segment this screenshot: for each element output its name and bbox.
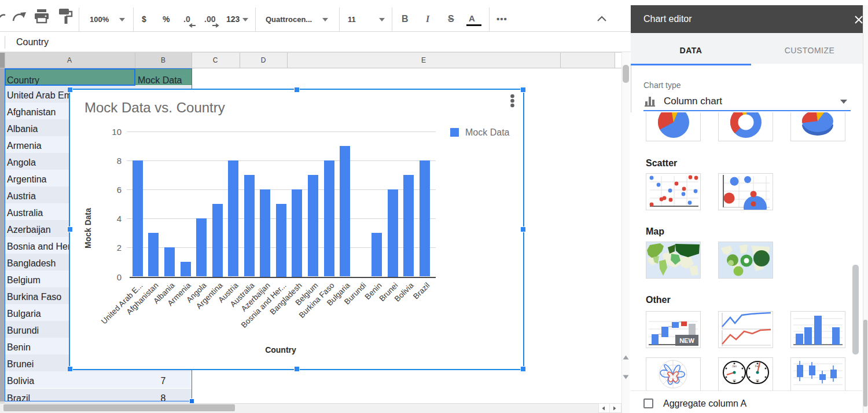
svg-text:40: 40 bbox=[733, 379, 736, 382]
svg-text:95: 95 bbox=[756, 379, 759, 382]
svg-text:NEW: NEW bbox=[679, 337, 694, 344]
svg-text:Jan: Jan bbox=[732, 364, 737, 368]
